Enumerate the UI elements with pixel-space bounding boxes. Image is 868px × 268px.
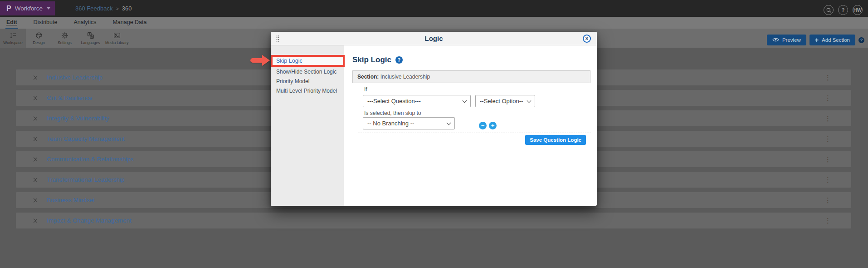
settings-gear-icon [61,31,69,40]
avatar[interactable]: HW [853,5,863,15]
remove-rule-button[interactable]: − [479,122,487,129]
media-library-icon [113,31,121,40]
chevron-down-icon [463,99,467,103]
menu-tab[interactable]: Analytics [73,17,97,29]
tool-workspace[interactable]: Workspace [0,29,26,48]
workspace-icon [9,31,17,40]
help-icon[interactable]: ? [838,5,848,15]
section-label: Section: [357,74,379,80]
modal-nav-multi-level-priority-model[interactable]: Multi Level Priority Model [271,86,344,96]
drag-handle-icon[interactable] [34,177,37,183]
section-title[interactable]: Grit & Resilience [47,94,93,101]
save-question-logic-button[interactable]: Save Question Logic [525,135,586,145]
product-name: Workforce [15,5,43,12]
modal-title: Logic [271,32,597,45]
add-section-button[interactable]: + Add Section [809,35,855,45]
kebab-menu-icon[interactable]: ⋮ [824,90,831,106]
skip-logic-help-icon[interactable]: ? [395,56,403,64]
chevron-down-icon [527,99,532,103]
preview-label: Preview [782,37,801,43]
breadcrumb-separator: > [116,6,118,11]
kebab-menu-icon[interactable]: ⋮ [824,110,831,126]
kebab-menu-icon[interactable]: ⋮ [824,131,831,147]
topbar-icons: ? HW [824,5,863,15]
skip-to-label: Is selected, then skip to [364,110,421,116]
modal-nav-skip-logic[interactable]: Skip Logic [271,55,345,67]
section-title[interactable]: Impact & Change Management [47,217,132,224]
drag-handle-icon[interactable] [34,197,37,203]
drag-handle-icon[interactable] [34,74,37,81]
search-icon[interactable] [824,5,834,15]
app-canvas: P Workforce 360 Feedback > 360 ? HW Edit… [0,0,868,268]
kebab-menu-icon[interactable]: ⋮ [824,151,831,167]
main-menu: EditDistributeAnalyticsManage Data [0,17,868,29]
workspace-switcher[interactable]: P Workforce [0,1,55,15]
breadcrumb-current: 360 [122,5,132,12]
tool-label: Media Library [105,40,129,45]
chevron-down-icon [47,7,50,10]
drag-handle-icon[interactable] [34,218,37,224]
drag-handle-icon[interactable] [34,156,37,163]
tool-label: Design [33,40,44,45]
section-title[interactable]: Transformational Leadership [47,176,124,183]
section-title[interactable]: Communication & Relationships [47,156,133,163]
modal-header: Logic × [271,32,597,45]
if-label: If [364,86,367,93]
eye-icon [772,37,779,43]
drag-handle-icon[interactable] [34,136,37,142]
add-section-label: Add Section [822,37,850,43]
select-option-dropdown[interactable]: --Select Option-- [475,95,535,107]
tool-media-library[interactable]: Media Library [103,29,131,48]
breadcrumb: 360 Feedback > 360 [75,0,132,17]
modal-nav-priority-model[interactable]: Priority Model [271,77,344,86]
add-rule-button[interactable]: + [489,122,497,129]
tool-label: Workspace [3,40,22,45]
languages-icon [87,31,95,40]
drag-handle-icon[interactable] [34,115,37,122]
kebab-menu-icon[interactable]: ⋮ [824,213,831,228]
tool-label: Settings [58,40,72,45]
annotation-arrow-icon [250,55,270,66]
section-title[interactable]: Inclusive Leadership [47,74,102,81]
close-icon[interactable]: × [583,35,591,43]
select-question-dropdown[interactable]: ---Select Question--- [363,95,471,107]
modal-nav: Skip Logic Show/Hide Section Logic Prior… [271,45,344,206]
toolbar-actions: Preview + Add Section ? [767,35,864,45]
tool-languages[interactable]: Languages [78,29,103,48]
drag-handle-icon[interactable] [34,95,37,101]
logic-modal: Logic × Skip Logic Show/Hide Section Log… [271,32,597,206]
section-title[interactable]: Team Capacity Management [47,135,125,142]
menu-tab[interactable]: Edit [5,17,18,29]
topbar: P Workforce 360 Feedback > 360 ? HW [0,0,868,17]
section-title[interactable]: Integrity & Vulnerability [47,115,109,122]
dashed-divider [358,133,591,133]
chevron-down-icon [447,121,451,125]
kebab-menu-icon[interactable]: ⋮ [824,192,831,208]
modal-drag-handle-icon[interactable] [276,35,280,44]
section-title[interactable]: Business Mindset [47,197,95,203]
modal-nav-show-hide-section-logic[interactable]: Show/Hide Section Logic [271,67,344,77]
kebab-menu-icon[interactable]: ⋮ [824,172,831,188]
tool-design[interactable]: Design [26,29,52,48]
plus-icon: + [815,37,819,43]
tool-label: Languages [81,40,100,45]
preview-button[interactable]: Preview [767,35,806,45]
section-value: Inclusive Leadership [380,74,430,80]
skip-logic-heading: Skip Logic ? [352,55,403,65]
kebab-menu-icon[interactable]: ⋮ [824,69,831,85]
menu-tab[interactable]: Distribute [33,17,59,29]
design-palette-icon [35,31,43,40]
breadcrumb-parent[interactable]: 360 Feedback [75,5,112,12]
brand-logo: P [6,5,11,13]
section-row[interactable]: Impact & Change Management ⋮ [16,213,851,228]
tool-settings[interactable]: Settings [52,29,78,48]
menu-tab[interactable]: Manage Data [112,17,147,29]
section-context-bar: Section: Inclusive Leadership [352,70,590,83]
section-help-icon[interactable]: ? [858,37,864,43]
branching-dropdown[interactable]: -- No Branching -- [363,117,455,129]
